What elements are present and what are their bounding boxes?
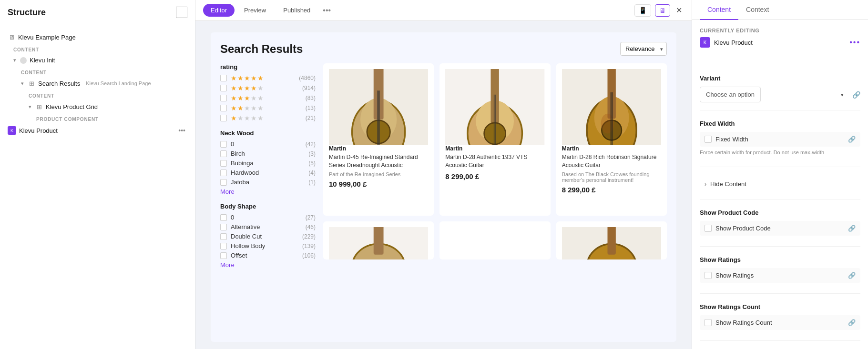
filter-body-shape-hollow[interactable]: Hollow Body (139) (220, 242, 316, 249)
product-brand-1: Martin (329, 145, 428, 152)
currently-editing-menu-button[interactable]: ••• (849, 38, 860, 47)
filter-rating-5[interactable]: ★★★★★ (4860) (220, 74, 316, 82)
filter-neck-wood-bubinga[interactable]: Bubinga (5) (220, 160, 316, 167)
tree-item-page[interactable]: 🖥 Klevu Example Page (4, 31, 191, 43)
hide-content-chevron-icon: › (705, 181, 706, 188)
product-price-3: 8 299,00 £ (562, 186, 661, 194)
filter-checkbox[interactable] (220, 179, 227, 186)
filter-checkbox[interactable] (220, 252, 227, 259)
filter-checkbox[interactable] (220, 160, 227, 167)
tree-item-product-grid[interactable]: ▾ ⊞ Klevu Product Grid (4, 100, 191, 113)
product-price-2: 8 299,00 £ (445, 172, 544, 180)
product-brand-2: Martin (445, 145, 544, 152)
filter-rating-4[interactable]: ★★★★★ (914) (220, 84, 316, 92)
product-card-4[interactable] (323, 221, 434, 259)
mobile-view-button[interactable]: 📱 (634, 4, 651, 17)
star-1: ★ (231, 104, 237, 112)
filter-neck-wood-hardwood[interactable]: Hardwood (4) (220, 169, 316, 176)
filter-rating-2[interactable]: ★★★★★ (13) (220, 104, 316, 112)
show-product-code-section: Show Product Code Show Product Code 🔗 (700, 209, 860, 247)
desktop-view-button[interactable]: 🖥 (655, 4, 670, 17)
filter-bodyshape-label: Alternative (231, 223, 260, 230)
filter-checkbox[interactable] (220, 85, 227, 91)
filter-body-shape-alternative[interactable]: Alternative (46) (220, 223, 316, 230)
structure-toggle-button[interactable] (176, 7, 187, 18)
body-shape-more-link[interactable]: More (220, 261, 316, 269)
filter-checkbox[interactable] (220, 150, 227, 157)
editor-panel: Editor Preview Published ••• 📱 🖥 ✕ Searc… (195, 0, 692, 349)
show-ratings-link-icon[interactable]: 🔗 (848, 272, 856, 279)
klevu-product-menu-button[interactable]: ••• (176, 127, 187, 134)
filter-checkbox[interactable] (220, 115, 227, 121)
variant-section: Variant Choose an option ▾ 🔗 (700, 75, 860, 110)
filter-checkbox[interactable] (220, 95, 227, 101)
filter-count: (42) (306, 141, 316, 148)
show-product-code-link-icon[interactable]: 🔗 (848, 225, 856, 232)
show-ratings-count-inner: Show Ratings Count (705, 319, 772, 326)
tab-context[interactable]: Context (738, 0, 776, 20)
fixed-width-label: Fixed Width (715, 136, 748, 143)
neck-wood-more-link[interactable]: More (220, 188, 316, 195)
show-ratings-count-link-icon[interactable]: 🔗 (848, 319, 856, 326)
filter-neck-wood-birch[interactable]: Birch (3) (220, 150, 316, 157)
star-3: ★ (244, 94, 250, 102)
product-name-1: Martin D-45 Re-Imagined Standard Series … (329, 153, 428, 170)
tree-item-klevu-product[interactable]: K Klevu Product ••• (4, 124, 191, 137)
star-2: ★ (237, 94, 244, 102)
right-panel: Content Context Currently Editing K Klev… (692, 0, 868, 349)
filter-count: (139) (302, 243, 316, 249)
filter-body-shape-0[interactable]: 0 (27) (220, 214, 316, 221)
tab-editor[interactable]: Editor (203, 4, 235, 17)
filter-checkbox[interactable] (220, 141, 227, 148)
variant-link-icon[interactable]: 🔗 (852, 91, 860, 99)
product-name-3: Martin D-28 Rich Robinson Signature Acou… (562, 153, 661, 170)
variant-select[interactable]: Choose an option (700, 87, 761, 102)
filter-checkbox[interactable] (220, 214, 227, 221)
product-image-4 (329, 227, 428, 259)
tree-item-search-results[interactable]: ▾ ⊞ Search Results Klevu Search Landing … (4, 77, 191, 90)
product-card-1[interactable]: Martin Martin D-45 Re-Imagined Standard … (323, 63, 434, 216)
filter-checkbox[interactable] (220, 224, 227, 230)
tab-published[interactable]: Published (276, 4, 318, 17)
filter-neck-wood-0[interactable]: 0 (42) (220, 140, 316, 148)
filter-stars-5: ★★★★★ (231, 74, 264, 82)
relevance-select[interactable]: Relevance (620, 42, 667, 56)
hide-content-row[interactable]: › Hide Content (700, 177, 860, 191)
structure-body: 🖥 Klevu Example Page CONTENT ▾ Klevu Ini… (0, 25, 195, 349)
tab-preview[interactable]: Preview (236, 4, 274, 17)
filter-count: (229) (302, 233, 316, 240)
klevu-product-ce-icon: K (700, 37, 710, 48)
product-card-2[interactable]: Martin Martin D-28 Authentic 1937 VTS Ac… (439, 63, 550, 216)
filter-body-shape-double-cut[interactable]: Double Cut (229) (220, 233, 316, 240)
filter-checkbox[interactable] (220, 233, 227, 240)
product-card-5[interactable] (439, 221, 550, 259)
show-ratings-title: Show Ratings (700, 256, 860, 263)
show-ratings-count-section: Show Ratings Count Show Ratings Count 🔗 (700, 303, 860, 341)
svg-rect-30 (374, 227, 384, 254)
search-results-sublabel: Klevu Search Landing Page (86, 80, 151, 86)
filter-checkbox[interactable] (220, 105, 227, 111)
show-ratings-count-checkbox[interactable] (705, 319, 712, 326)
show-product-code-checkbox[interactable] (705, 225, 712, 232)
filter-count: (5) (308, 160, 316, 167)
filter-checkbox[interactable] (220, 75, 227, 81)
filter-rating-3[interactable]: ★★★★★ (83) (220, 94, 316, 102)
tab-more-button[interactable]: ••• (320, 4, 334, 17)
filter-stars-4: ★★★★★ (231, 84, 264, 92)
tree-item-klevu-init[interactable]: ▾ Klevu Init (4, 54, 191, 66)
product-card-6[interactable] (556, 221, 667, 259)
filter-neck-wood-jatoba[interactable]: Jatoba (1) (220, 179, 316, 186)
star-3: ★ (244, 104, 250, 112)
filter-checkbox[interactable] (220, 170, 227, 176)
product-card-3[interactable]: Martin Martin D-28 Rich Robinson Signatu… (556, 63, 667, 216)
fixed-width-checkbox[interactable] (705, 136, 712, 143)
tab-content[interactable]: Content (700, 0, 738, 20)
filter-body-shape-offset[interactable]: Offset (106) (220, 252, 316, 259)
filter-checkbox[interactable] (220, 243, 227, 249)
show-ratings-checkbox[interactable] (705, 272, 712, 279)
chevron-icon-3: ▾ (29, 104, 31, 110)
filter-rating-1[interactable]: ★★★★★ (21) (220, 114, 316, 122)
editor-close-button[interactable]: ✕ (674, 4, 684, 17)
fixed-width-link-icon[interactable]: 🔗 (848, 136, 856, 143)
filter-stars-1: ★★★★★ (231, 114, 264, 122)
